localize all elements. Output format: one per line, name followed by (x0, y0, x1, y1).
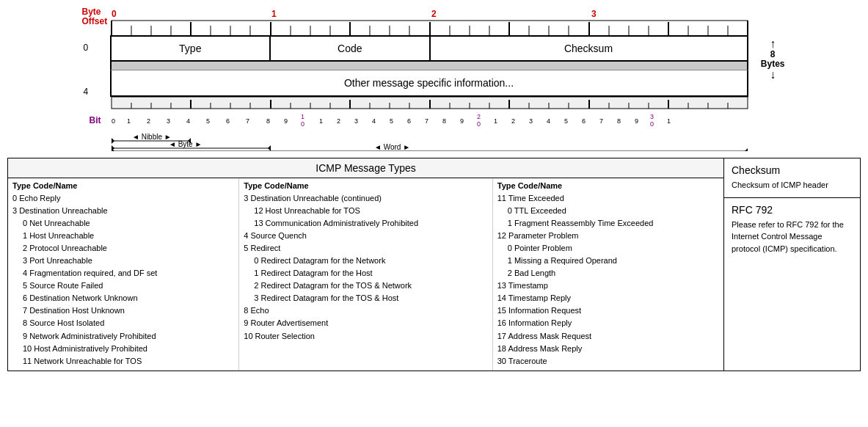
icmp-table-title: ICMP Message Types (8, 158, 723, 178)
col2-header: Type Code/Name (244, 181, 487, 190)
svg-text:9: 9 (635, 117, 638, 125)
list-item: 0 Net Unreachable (12, 217, 234, 230)
svg-text:8: 8 (442, 117, 446, 125)
diagram-inner: ByteOffset 0 4 0 1 2 3 (82, 7, 787, 153)
list-item: 3 Redirect Datagram for the TOS & Host (244, 292, 487, 304)
eight-bytes-label: ↑ 8Bytes ↓ (761, 38, 785, 81)
list-item: 3 Port Unreachable (12, 255, 234, 267)
icmp-col-3: Type Code/Name 11 Time Exceeded 0 TTL Ex… (493, 178, 723, 371)
svg-text:3: 3 (529, 117, 533, 125)
list-item: 0 Pointer Problem (497, 242, 719, 255)
svg-text:1: 1 (127, 117, 131, 125)
svg-text:5: 5 (206, 117, 210, 125)
list-item: 11 Time Exceeded (497, 192, 719, 205)
svg-text:2: 2 (431, 9, 437, 19)
list-item: 9 Network Administratively Prohibited (12, 330, 234, 343)
icmp-col-1: Type Code/Name 0 Echo Reply 3 Destinatio… (8, 178, 239, 371)
svg-text:3: 3 (650, 113, 654, 120)
top-ruler-svg: 0 1 2 3 // This won't run in SVG context… (110, 7, 748, 35)
list-item: 17 Address Mask Request (497, 330, 719, 343)
checksum-section: Checksum Checksum of ICMP header (724, 158, 860, 198)
list-item: 8 Echo (244, 304, 487, 317)
bottom-ruler-svg (110, 97, 748, 112)
bit-label: Bit (90, 115, 101, 125)
list-item: 10 Host Administratively Prohibited (12, 343, 234, 355)
svg-text:1: 1 (271, 9, 277, 19)
svg-text:1: 1 (319, 117, 323, 125)
svg-marker-106 (112, 138, 114, 144)
offset-0: 0 (84, 43, 89, 53)
svg-text:2: 2 (147, 117, 150, 125)
list-item: 9 Router Advertisement (244, 317, 487, 329)
svg-text:5: 5 (564, 117, 568, 125)
svg-text:7: 7 (246, 117, 249, 125)
svg-text:◄ Word ►: ◄ Word ► (374, 143, 410, 151)
list-item: 16 Information Reply (497, 317, 719, 329)
svg-text:◄ Byte ►: ◄ Byte ► (169, 140, 202, 148)
type-field: Type (112, 37, 271, 60)
checksum-title: Checksum (732, 164, 853, 176)
checksum-field: Checksum (431, 37, 747, 60)
fields-row: Type Code Checksum (110, 35, 748, 62)
list-item: 0 Redirect Datagram for the Network (244, 255, 487, 267)
svg-text:3: 3 (354, 117, 358, 125)
gray-row (110, 62, 748, 70)
list-item: 18 Address Mask Reply (497, 343, 719, 355)
list-item: 7 Destination Host Unknown (12, 304, 234, 317)
svg-marker-115 (745, 148, 748, 151)
byte-offset-title: ByteOffset (82, 7, 108, 26)
icmp-col-2: Type Code/Name 3 Destination Unreachable… (239, 178, 492, 371)
svg-text:1: 1 (494, 117, 497, 125)
icmp-table: ICMP Message Types Type Code/Name 0 Echo… (8, 158, 724, 371)
bit-numbers-svg: 0 1 2 3 4 5 6 7 8 9 1 0 1 2 3 4 (110, 113, 748, 129)
list-item: 12 Parameter Problem (497, 230, 719, 242)
col3-header: Type Code/Name (497, 181, 719, 190)
list-item: 12 Host Unreachable for TOS (244, 205, 487, 217)
list-item: 15 Information Request (497, 304, 719, 317)
svg-text:1: 1 (667, 117, 671, 125)
list-item: 1 Host Unreachable (12, 230, 234, 242)
rfc-content: Please refer to RFC 792 for the Internet… (732, 219, 853, 255)
list-item: 4 Source Quench (244, 230, 487, 242)
svg-text:0: 0 (477, 120, 481, 128)
svg-text:1: 1 (301, 113, 304, 120)
list-item: 5 Redirect (244, 242, 487, 255)
list-item: 3 Destination Unreachable (12, 205, 234, 217)
list-item: 13 Communication Administratively Prohib… (244, 217, 487, 230)
list-item: 30 Traceroute (497, 355, 719, 368)
svg-text:7: 7 (425, 117, 428, 125)
list-item: 1 Missing a Required Operand (497, 255, 719, 267)
list-item: 2 Redirect Datagram for the TOS & Networ… (244, 280, 487, 292)
svg-text:4: 4 (372, 117, 376, 125)
svg-text:5: 5 (390, 117, 393, 125)
svg-text:4: 4 (186, 117, 190, 125)
list-item: 2 Protocol Unreachable (12, 242, 234, 255)
list-item: 5 Source Route Failed (12, 280, 234, 292)
svg-text:6: 6 (226, 117, 230, 125)
svg-text:◄ Nibble ►: ◄ Nibble ► (132, 133, 172, 141)
col1-header: Type Code/Name (12, 181, 234, 190)
svg-text:6: 6 (582, 117, 586, 125)
lower-section: ICMP Message Types Type Code/Name 0 Echo… (7, 158, 861, 371)
svg-text:9: 9 (284, 117, 288, 125)
right-sidebar: Checksum Checksum of ICMP header RFC 792… (724, 158, 860, 371)
offset-4: 4 (84, 87, 89, 97)
list-item: 14 Timestamp Reply (497, 292, 719, 304)
svg-text:0: 0 (112, 9, 117, 19)
rfc-section: RFC 792 Please refer to RFC 792 for the … (724, 198, 860, 261)
bit-numbers-row: Bit 0 1 2 3 4 5 6 7 8 9 1 0 (110, 113, 748, 129)
list-item: 11 Network Unreachable for TOS (12, 355, 234, 368)
other-msg-row: Other message specific information... (110, 70, 748, 97)
list-item: 13 Timestamp (497, 280, 719, 292)
ruler-and-fields: 0 1 2 3 // This won't run in SVG context… (110, 7, 750, 153)
svg-text:3: 3 (167, 117, 170, 125)
list-item: 1 Fragment Reassembly Time Exceeded (497, 217, 719, 230)
svg-text:8: 8 (617, 117, 621, 125)
list-item: 4 Fragmentation required, and DF set (12, 267, 234, 280)
svg-text:0: 0 (301, 120, 304, 128)
code-field: Code (271, 37, 431, 60)
annotations-svg: ◄ Nibble ► ◄ Byte ► ◄ Word ► (110, 131, 748, 151)
svg-text:3: 3 (591, 9, 597, 19)
diagram-wrapper: ByteOffset 0 4 0 1 2 3 (7, 7, 861, 153)
list-item: 2 Bad Length (497, 267, 719, 280)
